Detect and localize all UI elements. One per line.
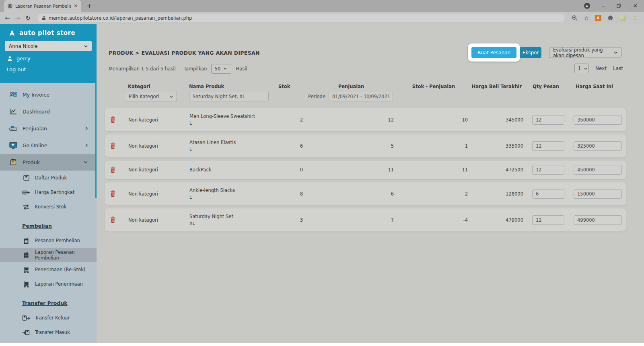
table-row: Non kategori Atasan Linen Elastis L 6 5 … [105,134,626,158]
breadcrumb: PRODUK > EVALUASI PRODUK YANG AKAN DIPES… [109,50,260,56]
logout-link[interactable]: Log out [5,66,92,72]
browser-tab[interactable]: Laporan Pesanan Pembelian ✕ [4,0,81,12]
row-kategori: Non kategori [125,191,185,197]
sidebar-item-konversi-stok[interactable]: Konversi Stok [0,200,97,214]
transfer-out-icon [22,315,30,321]
new-tab-button[interactable]: + [87,2,92,10]
table-header: Kategori Nama Produk Stok Penjualan Stok… [105,84,626,101]
qty-pesan-input[interactable] [532,165,564,175]
hasil-label: Hasil [236,66,247,72]
close-window-icon[interactable]: ✕ [633,3,638,9]
notepad-icon [22,252,30,259]
user-icon [7,56,12,61]
lock-icon [42,16,46,21]
sidebar-item-dashboard[interactable]: Dashboard [0,103,97,120]
row-stok: 0 [277,167,305,173]
brand-logo-icon [8,29,16,37]
ekspor-button[interactable]: Ekspor [520,47,541,58]
minimize-icon[interactable]: – [602,3,605,9]
delete-row-button[interactable] [110,116,125,123]
harga-saat-ini-input[interactable] [574,215,622,225]
row-harga-beli: 345000 [469,117,525,123]
sidebar-section-transfer-produk: Transfer Produk [0,300,97,308]
harga-saat-ini-input[interactable] [574,115,622,125]
sidebar-item-penjualan[interactable]: Penjualan [0,120,97,137]
periode-filter-input[interactable] [329,92,393,101]
sidebar-item-label: Transfer Keluar [35,315,70,321]
close-tab-icon[interactable]: ✕ [74,3,78,8]
qty-pesan-input[interactable] [532,189,564,199]
forward-icon[interactable]: → [15,14,21,22]
sidebar-item-penerimaan-restok[interactable]: Penerimaan (Re-Stok) [0,262,97,277]
row-stok: 3 [277,217,305,223]
sidebar-item-transfer-keluar[interactable]: Transfer Keluar [0,311,97,325]
results-summary: Menampilkan 1-5 dari 5 hasil Tampilkan 5… [109,64,247,74]
row-harga-beli: 479000 [469,217,525,223]
row-stok-penjualan: 2 [399,191,469,197]
qty-pesan-input[interactable] [532,141,564,151]
last-page-link[interactable]: Last [613,66,623,71]
bookmark-star-icon[interactable]: ☆ [584,15,589,21]
main-content: PRODUK > EVALUASI PRODUK YANG AKAN DIPES… [97,24,644,343]
col-header-harga-beli: Harga Beli Terakhir [469,84,525,89]
next-page-link[interactable]: Next [595,66,607,71]
harga-saat-ini-input[interactable] [574,165,622,175]
shopping-extension-icon[interactable]: A [595,15,601,21]
sidebar-item-produk[interactable]: Produk [0,154,97,171]
chevron-down-icon [170,96,173,98]
browser-menu-icon[interactable]: ⋮ [632,15,638,21]
sidebar-item-daftar-produk[interactable]: Daftar Produk [0,171,97,185]
sidebar-item-my-invoice[interactable]: My Invoice [0,86,97,103]
delete-row-button[interactable] [110,216,125,223]
delete-row-button[interactable] [110,190,125,197]
row-kategori: Non kategori [125,167,185,173]
sidebar-item-label: Penjualan [23,126,47,132]
harga-saat-ini-input[interactable] [574,189,622,199]
sidebar-item-label: Go Online [23,142,47,148]
qty-pesan-input[interactable] [532,115,564,125]
refresh-icon[interactable]: ↻ [25,14,31,22]
delete-row-button[interactable] [110,167,125,173]
store-account-select[interactable]: Anna Nicole [5,41,92,51]
restore-icon[interactable] [617,4,621,8]
chevron-down-icon [224,68,227,70]
page-size-select[interactable]: 50 [211,64,231,74]
row-harga-beli: 128000 [469,191,525,197]
brand-name: auto pilot store [19,29,75,37]
page-number-select[interactable]: 1 [574,64,589,73]
qty-pesan-input[interactable] [532,215,564,225]
transfer-in-icon [22,330,30,336]
hand-truck-icon [22,281,30,288]
sidebar-item-laporan-penerimaan[interactable]: Laporan Penerimaan [0,277,97,291]
profile-avatar[interactable] [619,14,626,21]
sidebar-item-label: Penerimaan (Re-Stok) [35,267,85,272]
delete-row-button[interactable] [110,142,125,149]
convert-arrows-icon [22,204,30,210]
kategori-filter-select[interactable]: Pilih Kategori [125,92,177,101]
table-row: Non kategori Ankle-length Slacks L 8 6 2… [105,182,626,206]
sidebar-menu: My Invoice Dashboard [0,83,97,340]
sidebar-item-transfer-masuk[interactable]: Transfer Masuk [0,325,97,340]
harga-saat-ini-input[interactable] [574,141,622,151]
zoom-icon[interactable] [572,15,578,21]
back-icon[interactable]: ← [5,14,10,22]
row-stok-penjualan: -11 [399,167,469,173]
extensions-puzzle-icon[interactable] [607,15,613,21]
product-name: BackPack [189,166,277,173]
sidebar-item-pesanan-pembelian[interactable]: Pesanan Pembelian [0,233,97,248]
col-header-kategori: Kategori [125,84,184,89]
sidebar-item-go-online[interactable]: Go Online [0,137,97,154]
row-penjualan: 12 [305,117,399,123]
row-kategori: Non kategori [125,143,185,149]
buat-pesanan-button[interactable]: Buat Pesanan [471,47,516,58]
row-stok-penjualan: -10 [399,117,469,123]
sidebar-item-harga-bertingkat[interactable]: RP Harga Bertingkat [0,185,97,200]
report-view-select[interactable]: Evaluasi produk yang akan dipesan [549,47,621,58]
sidebar-item-label: Harga Bertingkat [35,189,74,195]
col-header-stok: Stok [277,84,304,89]
col-header-stok-penjualan: Stok - Penjualan [398,84,469,89]
sidebar-item-laporan-pesanan-pembelian[interactable]: Laporan Pesanan Pembelian [0,248,97,262]
address-bar[interactable]: member.autopilotstore.co.id/laporan_pesa… [37,14,565,22]
browser-update-icon[interactable]: ▲ [584,3,590,9]
nama-produk-filter-input[interactable] [189,92,269,101]
